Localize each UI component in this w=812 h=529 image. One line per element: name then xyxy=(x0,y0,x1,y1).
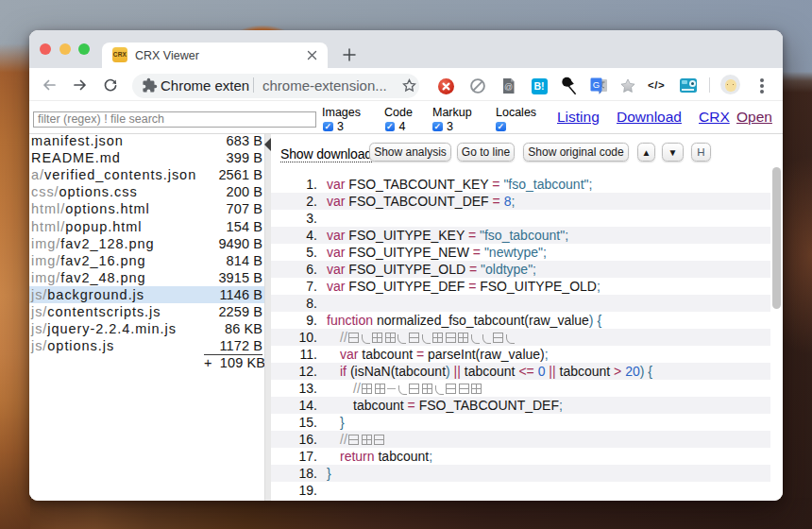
svg-text:@: @ xyxy=(504,82,513,92)
svg-text:G: G xyxy=(593,79,600,90)
